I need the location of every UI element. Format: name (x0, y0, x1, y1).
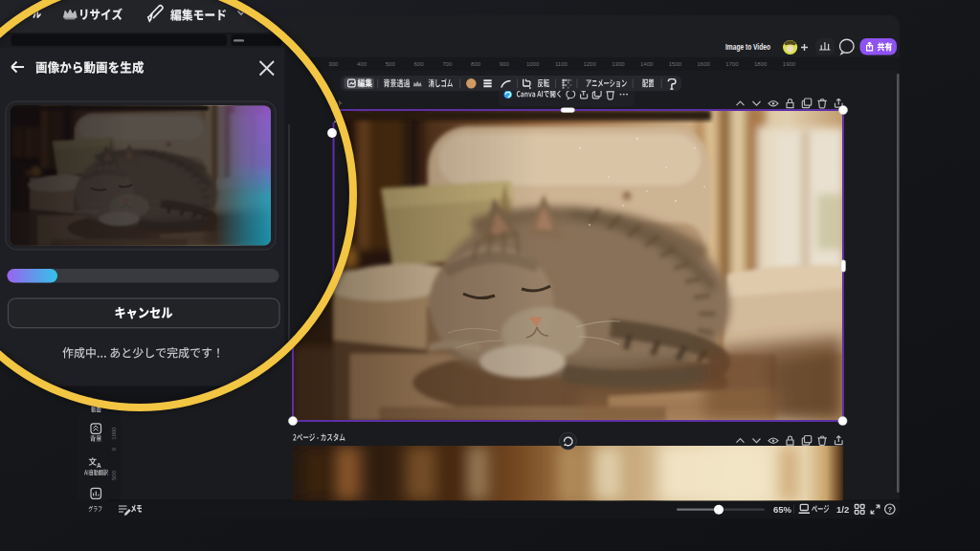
svg-text:1100: 1100 (555, 61, 568, 67)
svg-text:500: 500 (386, 61, 396, 67)
svg-text:?: ? (888, 505, 893, 514)
svg-text:1/2: 1/2 (836, 504, 849, 515)
svg-text:300: 300 (328, 61, 339, 67)
svg-text:1700: 1700 (725, 61, 739, 67)
svg-text:1600: 1600 (698, 61, 711, 67)
svg-text:1800: 1800 (754, 61, 768, 67)
svg-text:A: A (97, 462, 101, 469)
svg-text:1900: 1900 (783, 61, 796, 67)
svg-text:900: 900 (500, 61, 510, 67)
svg-text:600: 600 (413, 61, 424, 67)
svg-text:1300: 1300 (612, 61, 625, 67)
svg-text:1200: 1200 (583, 61, 596, 67)
svg-text:500: 500 (111, 470, 117, 480)
svg-text:1000: 1000 (526, 61, 540, 67)
svg-text:Image to Video: Image to Video (725, 42, 770, 52)
svg-text:700: 700 (442, 61, 453, 67)
svg-text:1400: 1400 (640, 61, 654, 67)
svg-text:800: 800 (471, 61, 481, 67)
svg-text:1000: 1000 (111, 427, 117, 440)
svg-text:65%: 65% (773, 504, 792, 515)
svg-text:1500: 1500 (669, 61, 682, 67)
svg-text:400: 400 (357, 61, 368, 67)
